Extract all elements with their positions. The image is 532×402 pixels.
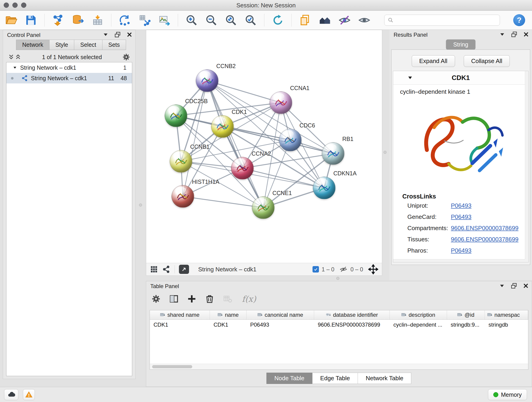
panel-float-icon[interactable] xyxy=(511,31,517,38)
tab-edge-table[interactable]: Edge Table xyxy=(312,373,358,384)
panel-menu-icon[interactable] xyxy=(499,283,505,289)
collapse-all-icon[interactable] xyxy=(8,54,15,61)
edge-ccnb2-ccne1[interactable] xyxy=(207,81,263,208)
selected-items-checkbox[interactable] xyxy=(312,266,319,273)
refresh-button[interactable] xyxy=(272,14,284,26)
column-header-id[interactable]: @id xyxy=(447,310,485,319)
node-cdkn1a[interactable] xyxy=(313,177,336,199)
network-from-table-button[interactable] xyxy=(138,14,151,26)
network-options-gear-icon[interactable] xyxy=(122,53,130,61)
protein-section-header[interactable]: CDK1 xyxy=(393,71,528,85)
network-collection-row[interactable]: String Network – cdk1 1 xyxy=(6,62,132,73)
delete-column-trash-icon[interactable] xyxy=(205,294,215,304)
tab-style[interactable]: Style xyxy=(49,40,75,50)
crosslink-value[interactable]: P06493 xyxy=(451,202,472,209)
save-session-button[interactable] xyxy=(25,14,37,26)
zoom-in-button[interactable] xyxy=(185,14,198,26)
cloud-status-button[interactable] xyxy=(4,389,18,400)
panel-close-icon[interactable] xyxy=(523,31,529,38)
crosslink-value[interactable]: 9606.ENSP00000378699 xyxy=(451,225,519,232)
tab-select[interactable]: Select xyxy=(74,40,102,50)
crosslink-value[interactable]: P06493 xyxy=(451,213,472,220)
table-horizontal-scrollbar[interactable] xyxy=(150,364,528,370)
expand-all-icon[interactable] xyxy=(15,54,22,61)
edge-ccnb2-ccna1[interactable] xyxy=(207,81,281,103)
node-cdk1[interactable] xyxy=(211,115,234,138)
column-header-description[interactable]: description xyxy=(390,310,447,319)
open-in-new-window-button[interactable] xyxy=(179,265,189,274)
share-network-icon[interactable] xyxy=(162,265,171,274)
column-header-canonical-name[interactable]: canonical name xyxy=(247,310,314,319)
panel-close-icon[interactable] xyxy=(523,283,529,289)
graphics-details-button[interactable] xyxy=(358,14,370,26)
help-button[interactable]: ? xyxy=(513,14,525,26)
memory-button[interactable]: Memory xyxy=(488,389,527,400)
node-ccnb1[interactable] xyxy=(170,150,192,172)
expand-all-button[interactable]: Expand All xyxy=(412,55,455,67)
node-hist1h1a[interactable] xyxy=(172,185,194,208)
open-session-button[interactable] xyxy=(5,14,17,26)
zoom-fit-button[interactable] xyxy=(225,14,237,26)
panel-float-icon[interactable] xyxy=(114,32,121,38)
node-ccnb2[interactable] xyxy=(196,70,218,92)
create-column-plus-icon[interactable] xyxy=(187,294,196,304)
panel-close-icon[interactable] xyxy=(126,32,133,38)
panel-menu-icon[interactable] xyxy=(102,32,109,38)
collapse-all-button[interactable]: Collapse All xyxy=(464,55,510,67)
zoom-out-button[interactable] xyxy=(205,14,217,26)
warnings-button[interactable] xyxy=(23,389,35,400)
tab-sets[interactable]: Sets xyxy=(102,40,126,50)
node-ccna2[interactable] xyxy=(231,157,254,179)
pan-move-icon[interactable] xyxy=(368,264,378,274)
collection-expand-icon[interactable] xyxy=(13,65,17,70)
column-header-shared-name[interactable]: shared name xyxy=(150,310,210,319)
results-horizontal-scrollbar[interactable] xyxy=(393,259,525,262)
node-cdc25b[interactable] xyxy=(165,104,187,127)
import-network-file-button[interactable] xyxy=(52,14,64,26)
panel-float-icon[interactable] xyxy=(511,283,517,289)
delete-table-icon[interactable] xyxy=(223,294,232,304)
scrollbar-thumb[interactable] xyxy=(152,365,192,368)
panel-menu-icon[interactable] xyxy=(499,31,505,38)
tab-network-table[interactable]: Network Table xyxy=(358,373,411,384)
section-collapse-icon[interactable] xyxy=(407,75,413,80)
node-rb1[interactable] xyxy=(322,142,344,165)
crosslink-value[interactable]: 9606.ENSP00000378699 xyxy=(451,236,519,243)
tab-network[interactable]: Network xyxy=(16,40,50,50)
network-icon xyxy=(21,75,28,82)
show-columns-icon[interactable] xyxy=(169,294,179,304)
clone-network-button[interactable] xyxy=(119,14,131,26)
function-builder-button[interactable]: f(x) xyxy=(241,294,258,304)
edge-cdk1-rb1[interactable] xyxy=(222,127,333,153)
import-table-file-button[interactable] xyxy=(91,14,104,26)
column-header-database-identifier[interactable]: database identifier xyxy=(314,310,390,319)
network-row-selected[interactable]: String Network – cdk1 11 48 xyxy=(6,73,132,83)
column-header-name[interactable]: name xyxy=(210,310,247,319)
table-row[interactable]: CDK1 CDK1 P06493 9606.ENSP00000378699 cy… xyxy=(150,320,528,329)
table-settings-gear-icon[interactable] xyxy=(151,294,161,304)
network-canvas[interactable]: CCNB2CCNA1CDC25BCDK1CDC6RB1CCNB1CCNA2CDK… xyxy=(146,30,382,263)
splitter-handle[interactable] xyxy=(384,151,386,154)
hidden-items-icon[interactable] xyxy=(339,265,348,274)
splitter-handle[interactable] xyxy=(139,204,142,206)
edge-hist1h1a-ccne1[interactable] xyxy=(183,196,263,208)
crosslink-value[interactable]: P06493 xyxy=(451,247,472,254)
node-cdc6[interactable] xyxy=(279,129,302,151)
import-network-database-button[interactable] xyxy=(72,14,84,26)
export-image-button[interactable] xyxy=(158,14,171,26)
protein-motif-icon xyxy=(215,121,230,132)
home-networks-button[interactable] xyxy=(319,14,331,26)
zoom-selected-button[interactable] xyxy=(244,14,257,26)
annotation-visibility-button[interactable] xyxy=(338,14,351,26)
birdseye-view-icon[interactable] xyxy=(150,265,158,274)
network-edges[interactable] xyxy=(146,30,382,263)
tab-string[interactable]: String xyxy=(446,39,475,50)
search-input[interactable] xyxy=(396,17,496,24)
tab-node-table[interactable]: Node Table xyxy=(266,373,312,384)
results-vertical-scrollbar[interactable] xyxy=(525,71,528,262)
column-header-namespace[interactable]: namespac xyxy=(485,310,528,319)
splitter-handle[interactable] xyxy=(336,277,339,280)
node-ccna1[interactable] xyxy=(270,91,292,114)
node-ccne1[interactable] xyxy=(252,196,274,219)
copy-document-button[interactable] xyxy=(299,14,311,26)
